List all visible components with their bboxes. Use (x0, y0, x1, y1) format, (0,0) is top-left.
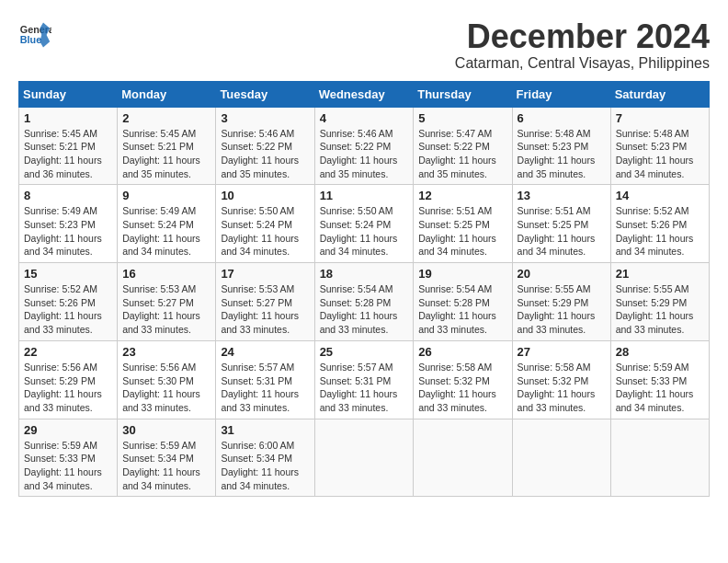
day-info: Sunrise: 5:54 AMSunset: 5:28 PMDaylight:… (418, 282, 506, 337)
day-info: Sunrise: 5:46 AMSunset: 5:22 PMDaylight:… (221, 127, 309, 181)
logo: General Blue (18, 18, 51, 52)
empty-cell (512, 419, 610, 497)
day-cell: 30Sunrise: 5:59 AMSunset: 5:34 PMDayligh… (118, 419, 216, 497)
day-number: 12 (418, 189, 506, 202)
day-cell: 15Sunrise: 5:52 AMSunset: 5:26 PMDayligh… (19, 263, 118, 341)
header-wednesday: Wednesday (314, 81, 414, 107)
calendar-table: Sunday Monday Tuesday Wednesday Thursday… (18, 81, 710, 498)
day-cell: 16Sunrise: 5:53 AMSunset: 5:27 PMDayligh… (118, 263, 216, 341)
day-info: Sunrise: 5:52 AMSunset: 5:26 PMDaylight:… (24, 282, 112, 337)
day-number: 11 (320, 189, 409, 202)
day-cell: 29Sunrise: 5:59 AMSunset: 5:33 PMDayligh… (19, 419, 118, 497)
day-number: 28 (616, 345, 704, 359)
day-number: 1 (24, 111, 112, 125)
day-cell: 21Sunrise: 5:55 AMSunset: 5:29 PMDayligh… (610, 263, 709, 341)
day-info: Sunrise: 5:56 AMSunset: 5:29 PMDaylight:… (24, 361, 112, 415)
page-header: General Blue December 2024 Catarman, Cen… (18, 18, 710, 72)
day-number: 9 (122, 189, 210, 202)
day-number: 5 (418, 111, 506, 125)
day-cell: 14Sunrise: 5:52 AMSunset: 5:26 PMDayligh… (610, 185, 709, 263)
day-cell: 31Sunrise: 6:00 AMSunset: 5:34 PMDayligh… (216, 419, 314, 497)
svg-text:Blue: Blue (20, 34, 41, 45)
day-number: 23 (122, 345, 210, 359)
day-number: 27 (518, 345, 606, 359)
header-saturday: Saturday (610, 81, 709, 107)
day-cell: 18Sunrise: 5:54 AMSunset: 5:28 PMDayligh… (314, 263, 414, 341)
day-number: 29 (24, 423, 112, 437)
day-cell: 24Sunrise: 5:57 AMSunset: 5:31 PMDayligh… (216, 340, 314, 419)
day-cell: 20Sunrise: 5:55 AMSunset: 5:29 PMDayligh… (512, 263, 610, 341)
header-friday: Friday (512, 81, 610, 107)
title-block: December 2024 Catarman, Central Visayas,… (455, 18, 710, 72)
day-info: Sunrise: 5:51 AMSunset: 5:25 PMDaylight:… (518, 204, 606, 259)
day-info: Sunrise: 5:48 AMSunset: 5:23 PMDaylight:… (518, 127, 606, 181)
day-cell: 3Sunrise: 5:46 AMSunset: 5:22 PMDaylight… (216, 107, 314, 185)
day-number: 3 (221, 111, 309, 125)
day-info: Sunrise: 5:59 AMSunset: 5:34 PMDaylight:… (122, 439, 210, 493)
location-title: Catarman, Central Visayas, Philippines (455, 55, 710, 72)
logo-icon: General Blue (18, 18, 51, 52)
day-number: 2 (122, 111, 210, 125)
day-cell: 10Sunrise: 5:50 AMSunset: 5:24 PMDayligh… (216, 185, 314, 263)
day-cell: 1Sunrise: 5:45 AMSunset: 5:21 PMDaylight… (19, 107, 118, 185)
day-info: Sunrise: 5:49 AMSunset: 5:23 PMDaylight:… (24, 204, 112, 259)
day-cell: 4Sunrise: 5:46 AMSunset: 5:22 PMDaylight… (314, 107, 414, 185)
calendar-week-row: 15Sunrise: 5:52 AMSunset: 5:26 PMDayligh… (19, 263, 710, 341)
day-number: 30 (122, 423, 210, 437)
day-info: Sunrise: 5:46 AMSunset: 5:22 PMDaylight:… (320, 127, 409, 181)
day-number: 15 (24, 267, 112, 281)
day-cell: 27Sunrise: 5:58 AMSunset: 5:32 PMDayligh… (512, 340, 610, 419)
day-info: Sunrise: 5:51 AMSunset: 5:25 PMDaylight:… (418, 204, 506, 259)
day-number: 16 (122, 267, 210, 281)
calendar-week-row: 8Sunrise: 5:49 AMSunset: 5:23 PMDaylight… (19, 185, 710, 263)
day-cell: 17Sunrise: 5:53 AMSunset: 5:27 PMDayligh… (216, 263, 314, 341)
day-number: 10 (221, 189, 309, 202)
day-number: 14 (616, 189, 704, 202)
day-info: Sunrise: 5:54 AMSunset: 5:28 PMDaylight:… (320, 282, 409, 337)
empty-cell (314, 419, 414, 497)
day-number: 22 (24, 345, 112, 359)
day-number: 20 (518, 267, 606, 281)
day-number: 8 (24, 189, 112, 202)
day-cell: 2Sunrise: 5:45 AMSunset: 5:21 PMDaylight… (118, 107, 216, 185)
day-info: Sunrise: 5:45 AMSunset: 5:21 PMDaylight:… (24, 127, 112, 181)
day-number: 13 (518, 189, 606, 202)
day-cell: 28Sunrise: 5:59 AMSunset: 5:33 PMDayligh… (610, 340, 709, 419)
day-info: Sunrise: 5:45 AMSunset: 5:21 PMDaylight:… (122, 127, 210, 181)
day-info: Sunrise: 5:55 AMSunset: 5:29 PMDaylight:… (518, 282, 606, 337)
header-monday: Monday (118, 81, 216, 107)
day-info: Sunrise: 5:59 AMSunset: 5:33 PMDaylight:… (616, 361, 704, 415)
day-cell: 13Sunrise: 5:51 AMSunset: 5:25 PMDayligh… (512, 185, 610, 263)
weekday-header-row: Sunday Monday Tuesday Wednesday Thursday… (19, 81, 710, 107)
day-number: 24 (221, 345, 309, 359)
day-cell: 12Sunrise: 5:51 AMSunset: 5:25 PMDayligh… (414, 185, 512, 263)
day-info: Sunrise: 5:50 AMSunset: 5:24 PMDaylight:… (320, 204, 409, 259)
day-info: Sunrise: 5:47 AMSunset: 5:22 PMDaylight:… (418, 127, 506, 181)
day-info: Sunrise: 5:49 AMSunset: 5:24 PMDaylight:… (122, 204, 210, 259)
day-cell: 25Sunrise: 5:57 AMSunset: 5:31 PMDayligh… (314, 340, 414, 419)
day-info: Sunrise: 5:56 AMSunset: 5:30 PMDaylight:… (122, 361, 210, 415)
day-number: 21 (616, 267, 704, 281)
day-cell: 8Sunrise: 5:49 AMSunset: 5:23 PMDaylight… (19, 185, 118, 263)
day-info: Sunrise: 5:59 AMSunset: 5:33 PMDaylight:… (24, 439, 112, 493)
empty-cell (414, 419, 512, 497)
day-info: Sunrise: 5:57 AMSunset: 5:31 PMDaylight:… (221, 361, 309, 415)
day-info: Sunrise: 5:58 AMSunset: 5:32 PMDaylight:… (518, 361, 606, 415)
header-thursday: Thursday (414, 81, 512, 107)
day-info: Sunrise: 5:53 AMSunset: 5:27 PMDaylight:… (122, 282, 210, 337)
day-number: 7 (616, 111, 704, 125)
day-cell: 19Sunrise: 5:54 AMSunset: 5:28 PMDayligh… (414, 263, 512, 341)
day-cell: 5Sunrise: 5:47 AMSunset: 5:22 PMDaylight… (414, 107, 512, 185)
day-number: 6 (518, 111, 606, 125)
day-number: 25 (320, 345, 409, 359)
day-cell: 6Sunrise: 5:48 AMSunset: 5:23 PMDaylight… (512, 107, 610, 185)
day-number: 19 (418, 267, 506, 281)
month-title: December 2024 (455, 18, 710, 55)
day-number: 31 (221, 423, 309, 437)
day-cell: 26Sunrise: 5:58 AMSunset: 5:32 PMDayligh… (414, 340, 512, 419)
empty-cell (610, 419, 709, 497)
day-cell: 23Sunrise: 5:56 AMSunset: 5:30 PMDayligh… (118, 340, 216, 419)
calendar-week-row: 1Sunrise: 5:45 AMSunset: 5:21 PMDaylight… (19, 107, 710, 185)
day-info: Sunrise: 5:57 AMSunset: 5:31 PMDaylight:… (320, 361, 409, 415)
day-info: Sunrise: 5:58 AMSunset: 5:32 PMDaylight:… (418, 361, 506, 415)
